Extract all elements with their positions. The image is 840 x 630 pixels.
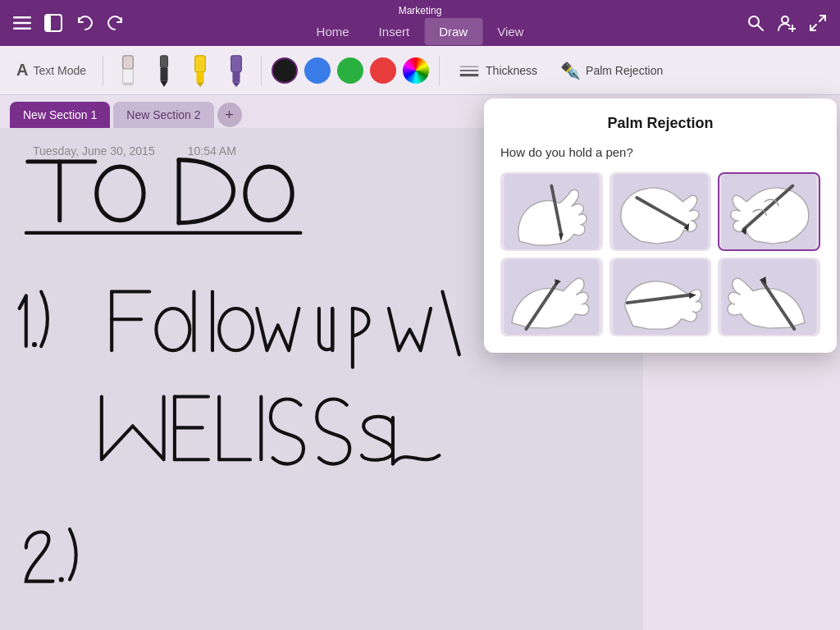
svg-line-11 — [810, 25, 816, 30]
svg-marker-20 — [197, 82, 204, 86]
svg-rect-13 — [123, 69, 134, 84]
undo-icon[interactable] — [75, 14, 94, 32]
svg-point-7 — [782, 16, 788, 23]
thickness-label: Thickness — [486, 64, 537, 77]
text-mode-icon: A — [16, 61, 28, 80]
grip-option-5[interactable] — [609, 258, 712, 336]
palm-rejection-popup: Palm Rejection How do you hold a pen? — [484, 98, 837, 353]
svg-rect-15 — [161, 55, 168, 67]
popup-title: Palm Rejection — [500, 115, 820, 132]
color-red[interactable] — [370, 57, 396, 84]
nav-tab-home[interactable]: Home — [302, 18, 364, 45]
svg-line-6 — [758, 25, 764, 31]
svg-line-44 — [442, 292, 459, 355]
grip-option-2[interactable] — [609, 172, 712, 251]
search-icon[interactable] — [746, 14, 765, 32]
nav-right-controls — [746, 14, 827, 32]
menu-icon[interactable] — [13, 14, 31, 32]
svg-rect-19 — [197, 71, 204, 82]
add-section-button[interactable]: + — [217, 103, 242, 127]
highlighter-yellow-tool[interactable] — [185, 52, 215, 89]
svg-point-41 — [219, 308, 253, 350]
section-tab-1[interactable]: New Section 1 — [10, 102, 110, 128]
svg-point-29 — [97, 167, 144, 220]
palm-rejection-icon: ✒️ — [560, 61, 581, 80]
app-title: Marketing — [399, 0, 442, 16]
pen-tool[interactable] — [149, 52, 179, 89]
svg-marker-17 — [161, 80, 168, 86]
grip-option-6[interactable] — [718, 258, 820, 336]
svg-point-31 — [245, 167, 292, 220]
color-picker[interactable] — [403, 57, 429, 84]
palm-rejection-label: Palm Rejection — [586, 64, 663, 77]
svg-rect-1 — [13, 22, 31, 25]
svg-rect-16 — [161, 67, 168, 80]
highlighter-blue-tool[interactable] — [221, 52, 251, 89]
grip-option-1[interactable] — [500, 172, 603, 251]
svg-point-53 — [59, 577, 64, 582]
toolbar-divider-1 — [103, 56, 103, 85]
draw-toolbar: A Text Mode — [0, 46, 840, 95]
thickness-icon — [458, 64, 481, 77]
eraser-tool[interactable] — [113, 52, 143, 89]
grip-option-4[interactable] — [500, 258, 603, 336]
text-mode-label: Text Mode — [33, 64, 86, 77]
svg-line-10 — [819, 16, 825, 21]
svg-rect-14 — [123, 82, 134, 85]
top-nav-bar: Marketing Home Insert Draw View — [0, 0, 840, 46]
svg-rect-22 — [233, 71, 240, 82]
svg-rect-21 — [231, 55, 242, 71]
svg-rect-4 — [45, 15, 51, 31]
nav-tab-insert[interactable]: Insert — [364, 18, 425, 45]
color-black[interactable] — [272, 57, 298, 84]
svg-rect-18 — [195, 55, 206, 71]
thickness-button[interactable]: Thickness — [450, 61, 546, 80]
color-green[interactable] — [337, 57, 363, 84]
svg-rect-2 — [13, 28, 31, 30]
add-person-icon[interactable] — [778, 14, 796, 32]
grip-option-3[interactable] — [718, 172, 820, 251]
color-blue[interactable] — [304, 57, 331, 84]
svg-point-38 — [156, 308, 189, 350]
popup-question: How do you hold a pen? — [500, 145, 820, 159]
expand-icon[interactable] — [809, 14, 827, 32]
sidebar-icon[interactable] — [44, 14, 62, 32]
nav-tab-draw[interactable]: Draw — [424, 18, 482, 45]
nav-left-controls — [13, 14, 125, 32]
section-tab-2[interactable]: New Section 2 — [113, 102, 213, 128]
svg-point-34 — [32, 342, 37, 347]
grip-options-grid — [500, 172, 820, 336]
svg-marker-23 — [233, 82, 240, 86]
redo-icon[interactable] — [107, 14, 125, 32]
svg-rect-12 — [123, 55, 134, 68]
nav-tab-view[interactable]: View — [482, 18, 538, 45]
toolbar-divider-3 — [439, 56, 440, 85]
palm-rejection-button[interactable]: ✒️ Palm Rejection — [552, 57, 671, 84]
toolbar-divider-2 — [261, 56, 262, 85]
text-mode-button[interactable]: A Text Mode — [10, 57, 93, 83]
svg-rect-0 — [13, 16, 31, 19]
